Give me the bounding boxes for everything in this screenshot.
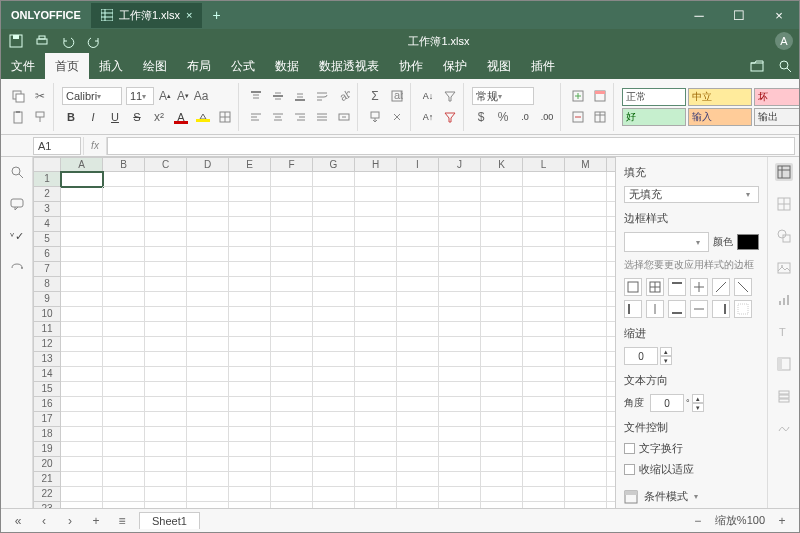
bold-icon[interactable]: B xyxy=(62,108,80,126)
format-table-icon[interactable] xyxy=(591,108,609,126)
cell[interactable] xyxy=(187,502,229,508)
cell[interactable] xyxy=(229,322,271,337)
column-header[interactable]: C xyxy=(145,157,187,172)
cell[interactable] xyxy=(439,307,481,322)
cell[interactable] xyxy=(61,217,103,232)
cell[interactable] xyxy=(439,232,481,247)
cell[interactable] xyxy=(145,457,187,472)
cell[interactable] xyxy=(397,337,439,352)
image-settings-icon[interactable] xyxy=(775,259,793,277)
cell[interactable] xyxy=(61,472,103,487)
angle-up-icon[interactable]: ▴ xyxy=(692,394,704,403)
formula-input[interactable] xyxy=(107,137,795,155)
row-header[interactable]: 3 xyxy=(33,202,61,217)
cell[interactable] xyxy=(61,382,103,397)
cell[interactable] xyxy=(61,367,103,382)
cell[interactable] xyxy=(565,382,607,397)
sort-asc-icon[interactable]: A↓ xyxy=(419,87,437,105)
cell[interactable] xyxy=(61,232,103,247)
cell[interactable] xyxy=(481,247,523,262)
cell[interactable] xyxy=(271,382,313,397)
cell[interactable] xyxy=(271,202,313,217)
currency-icon[interactable]: $ xyxy=(472,108,490,126)
cell[interactable] xyxy=(439,502,481,508)
cell[interactable] xyxy=(271,292,313,307)
cell[interactable] xyxy=(271,442,313,457)
cell[interactable] xyxy=(229,367,271,382)
signature-settings-icon[interactable] xyxy=(775,419,793,437)
cell[interactable] xyxy=(229,292,271,307)
border-diag-down-icon[interactable] xyxy=(734,278,752,296)
cell[interactable] xyxy=(103,277,145,292)
sheet-list-icon[interactable]: ≡ xyxy=(113,512,131,530)
cell[interactable] xyxy=(103,427,145,442)
column-header[interactable]: G xyxy=(313,157,355,172)
cell[interactable] xyxy=(187,442,229,457)
cell[interactable] xyxy=(271,262,313,277)
cell[interactable] xyxy=(355,202,397,217)
cell[interactable] xyxy=(355,397,397,412)
align-right-icon[interactable] xyxy=(291,108,309,126)
cell[interactable] xyxy=(145,277,187,292)
row-header[interactable]: 7 xyxy=(33,262,61,277)
minimize-button[interactable]: ─ xyxy=(679,1,719,29)
cell[interactable] xyxy=(481,232,523,247)
first-sheet-icon[interactable]: « xyxy=(9,512,27,530)
column-header[interactable]: H xyxy=(355,157,397,172)
font-size-select[interactable]: 11▾ xyxy=(126,87,154,105)
name-box[interactable]: A1 xyxy=(33,137,81,155)
column-header[interactable]: L xyxy=(523,157,565,172)
row-header[interactable]: 2 xyxy=(33,187,61,202)
cell[interactable] xyxy=(145,352,187,367)
merge-cells-icon[interactable] xyxy=(335,108,353,126)
cell[interactable] xyxy=(187,292,229,307)
menu-协作[interactable]: 协作 xyxy=(389,53,433,79)
cell[interactable] xyxy=(355,292,397,307)
menu-文件[interactable]: 文件 xyxy=(1,53,45,79)
border-left-icon[interactable] xyxy=(624,300,642,318)
cell[interactable] xyxy=(145,202,187,217)
cell[interactable] xyxy=(187,277,229,292)
cell[interactable] xyxy=(397,277,439,292)
cell[interactable] xyxy=(187,472,229,487)
cell[interactable] xyxy=(523,172,565,187)
chart-settings-icon[interactable] xyxy=(775,291,793,309)
cell[interactable] xyxy=(355,262,397,277)
cell[interactable] xyxy=(523,457,565,472)
row-header[interactable]: 5 xyxy=(33,232,61,247)
cell[interactable] xyxy=(229,442,271,457)
cell[interactable] xyxy=(523,262,565,277)
cell[interactable] xyxy=(565,487,607,502)
align-middle-icon[interactable] xyxy=(269,87,287,105)
cell[interactable] xyxy=(61,307,103,322)
cell[interactable] xyxy=(523,352,565,367)
cell[interactable] xyxy=(565,187,607,202)
border-inner-icon[interactable] xyxy=(690,278,708,296)
cell[interactable] xyxy=(397,247,439,262)
cell[interactable] xyxy=(145,382,187,397)
indent-down-icon[interactable]: ▾ xyxy=(660,356,672,365)
cell[interactable] xyxy=(313,367,355,382)
cell[interactable] xyxy=(397,457,439,472)
cell[interactable] xyxy=(481,172,523,187)
cell[interactable] xyxy=(145,367,187,382)
cell[interactable] xyxy=(145,172,187,187)
cell[interactable] xyxy=(271,172,313,187)
orientation-icon[interactable]: ab xyxy=(335,87,353,105)
cell[interactable] xyxy=(145,262,187,277)
row-header[interactable]: 4 xyxy=(33,217,61,232)
delete-cells-icon[interactable] xyxy=(569,108,587,126)
cell[interactable] xyxy=(481,397,523,412)
cell[interactable] xyxy=(565,172,607,187)
cell[interactable] xyxy=(187,457,229,472)
cell[interactable] xyxy=(313,487,355,502)
conditional-format-icon[interactable] xyxy=(591,87,609,105)
cell[interactable] xyxy=(397,307,439,322)
cell[interactable] xyxy=(103,292,145,307)
cell[interactable] xyxy=(523,247,565,262)
cell[interactable] xyxy=(523,187,565,202)
cell[interactable] xyxy=(103,307,145,322)
cell[interactable] xyxy=(523,367,565,382)
cell[interactable] xyxy=(565,397,607,412)
cell[interactable] xyxy=(145,247,187,262)
